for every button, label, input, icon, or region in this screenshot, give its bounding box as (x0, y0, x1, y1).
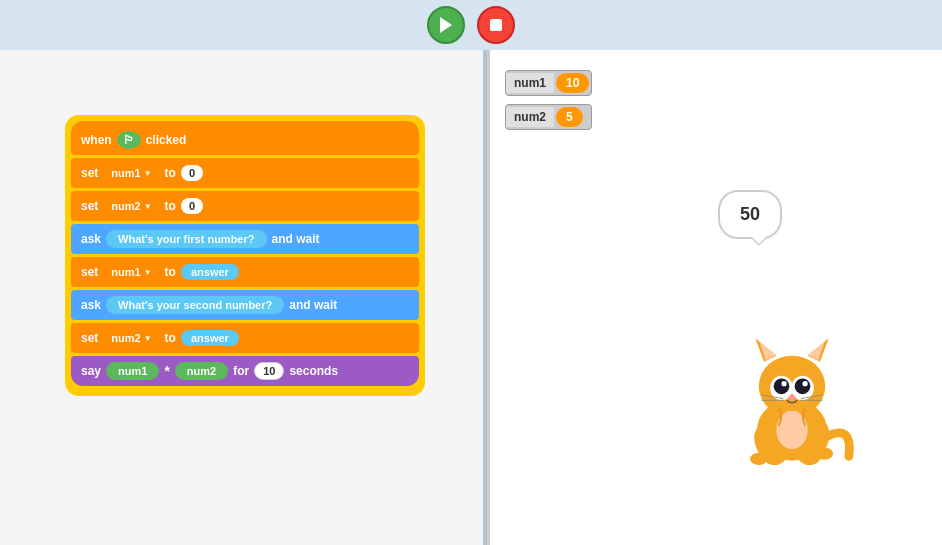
set1-label: set (81, 166, 98, 180)
svg-point-29 (782, 381, 787, 386)
set1-value[interactable]: 0 (181, 165, 203, 181)
stop-icon (488, 17, 504, 33)
ask2-label: ask (81, 298, 101, 312)
scratch-cat (722, 315, 882, 495)
svg-point-28 (795, 378, 811, 394)
say-block[interactable]: say num1 * num2 for 10 seconds (71, 356, 419, 386)
num1-variable: num1 10 (505, 70, 592, 96)
ask2-question[interactable]: What's your second number? (106, 296, 284, 314)
stage-panel: num1 10 num2 5 50 (490, 50, 942, 545)
svg-point-31 (789, 395, 796, 400)
svg-point-42 (797, 444, 822, 465)
main-area: when 🏳 clicked set num1 to 0 set num2 to… (0, 50, 942, 545)
seconds-value[interactable]: 10 (254, 362, 284, 380)
to3-label: to (165, 265, 176, 279)
num2-variable: num2 5 (505, 104, 592, 130)
set4-label: set (81, 331, 98, 345)
set2-label: set (81, 199, 98, 213)
set-num2-answer-block[interactable]: set num2 to answer (71, 323, 419, 353)
num1-answer-dropdown[interactable]: num1 (103, 264, 159, 280)
clicked-label: clicked (146, 133, 187, 147)
multiply-op: * (164, 363, 169, 379)
set-num1-block[interactable]: set num1 to 0 (71, 158, 419, 188)
flag-icon (436, 15, 456, 35)
green-flag-button[interactable] (427, 6, 465, 44)
variables-display: num1 10 num2 5 (505, 70, 592, 130)
to1-label: to (165, 166, 176, 180)
code-panel: when 🏳 clicked set num1 to 0 set num2 to… (0, 50, 490, 545)
svg-marker-0 (440, 17, 452, 33)
num1-var-name: num1 (506, 73, 554, 93)
answer1-pill[interactable]: answer (181, 264, 239, 280)
seconds-label: seconds (289, 364, 338, 378)
flag-hat-icon: 🏳 (117, 131, 141, 149)
ask1-block[interactable]: ask What's your first number? and wait (71, 224, 419, 254)
num2-var-name: num2 (506, 107, 554, 127)
svg-point-41 (762, 444, 787, 465)
num2-dropdown[interactable]: num2 (103, 198, 159, 214)
svg-point-27 (774, 378, 790, 394)
num1-dropdown[interactable]: num1 (103, 165, 159, 181)
answer2-pill[interactable]: answer (181, 330, 239, 346)
when-label: when (81, 133, 112, 147)
to2-label: to (165, 199, 176, 213)
ask2-andwait: and wait (289, 298, 337, 312)
say-var1[interactable]: num1 (106, 362, 159, 380)
set-num1-answer-block[interactable]: set num1 to answer (71, 257, 419, 287)
toolbar (0, 0, 942, 50)
hat-block[interactable]: when 🏳 clicked (71, 121, 419, 155)
svg-rect-1 (490, 19, 502, 31)
for-label: for (233, 364, 249, 378)
num2-answer-dropdown[interactable]: num2 (103, 330, 159, 346)
ask2-block[interactable]: ask What's your second number? and wait (71, 290, 419, 320)
stop-button[interactable] (477, 6, 515, 44)
to4-label: to (165, 331, 176, 345)
blocks-container: when 🏳 clicked set num1 to 0 set num2 to… (65, 115, 425, 396)
num1-var-value: 10 (556, 73, 589, 93)
ask1-label: ask (81, 232, 101, 246)
ask1-andwait: and wait (272, 232, 320, 246)
svg-point-30 (803, 381, 808, 386)
num2-var-value: 5 (556, 107, 583, 127)
set2-value[interactable]: 0 (181, 198, 203, 214)
set-num2-block[interactable]: set num2 to 0 (71, 191, 419, 221)
panel-divider (483, 50, 487, 545)
speech-text: 50 (740, 204, 760, 224)
ask1-question[interactable]: What's your first number? (106, 230, 266, 248)
say-label: say (81, 364, 101, 378)
speech-bubble: 50 (718, 190, 782, 239)
say-var2[interactable]: num2 (175, 362, 228, 380)
set3-label: set (81, 265, 98, 279)
